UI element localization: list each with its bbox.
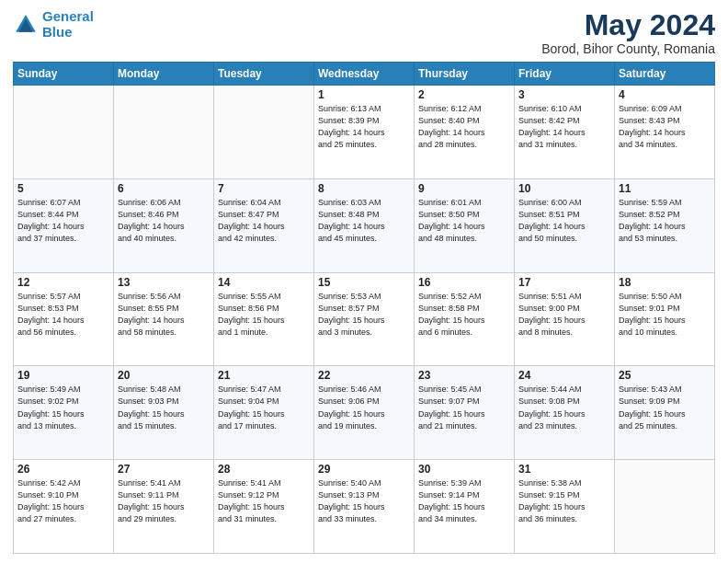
calendar-week-2: 5Sunrise: 6:07 AM Sunset: 8:44 PM Daylig… (14, 178, 715, 272)
day-info: Sunrise: 5:45 AM Sunset: 9:07 PM Dayligh… (418, 384, 510, 431)
calendar-cell: 19Sunrise: 5:49 AM Sunset: 9:02 PM Dayli… (14, 366, 114, 460)
calendar-week-3: 12Sunrise: 5:57 AM Sunset: 8:53 PM Dayli… (14, 272, 715, 366)
calendar-cell: 1Sunrise: 6:13 AM Sunset: 8:39 PM Daylig… (314, 86, 415, 179)
day-info: Sunrise: 5:57 AM Sunset: 8:53 PM Dayligh… (17, 291, 109, 339)
calendar-cell: 13Sunrise: 5:56 AM Sunset: 8:55 PM Dayli… (114, 272, 214, 366)
main-title: May 2024 (541, 9, 715, 41)
day-info: Sunrise: 6:13 AM Sunset: 8:39 PM Dayligh… (318, 103, 410, 151)
day-number: 9 (418, 182, 510, 195)
calendar-cell: 18Sunrise: 5:50 AM Sunset: 9:01 PM Dayli… (615, 272, 715, 366)
day-number: 19 (17, 369, 109, 382)
calendar-cell: 21Sunrise: 5:47 AM Sunset: 9:04 PM Dayli… (214, 366, 314, 460)
calendar-cell: 3Sunrise: 6:10 AM Sunset: 8:42 PM Daylig… (515, 86, 615, 179)
col-header-tuesday: Tuesday (214, 63, 314, 86)
day-number: 4 (619, 88, 711, 101)
calendar-table: SundayMondayTuesdayWednesdayThursdayFrid… (13, 62, 715, 554)
col-header-monday: Monday (114, 63, 214, 86)
day-number: 7 (218, 182, 310, 195)
calendar-week-5: 26Sunrise: 5:42 AM Sunset: 9:10 PM Dayli… (14, 460, 715, 554)
calendar-cell (114, 86, 214, 179)
day-number: 30 (418, 463, 510, 476)
day-number: 3 (518, 88, 610, 101)
col-header-sunday: Sunday (14, 63, 114, 86)
calendar-cell: 29Sunrise: 5:40 AM Sunset: 9:13 PM Dayli… (314, 460, 415, 554)
calendar-cell: 16Sunrise: 5:52 AM Sunset: 8:58 PM Dayli… (415, 272, 515, 366)
day-info: Sunrise: 5:55 AM Sunset: 8:56 PM Dayligh… (218, 291, 310, 339)
day-number: 14 (218, 276, 310, 289)
day-info: Sunrise: 5:49 AM Sunset: 9:02 PM Dayligh… (17, 384, 109, 431)
calendar-cell: 20Sunrise: 5:48 AM Sunset: 9:03 PM Dayli… (114, 366, 214, 460)
day-number: 26 (17, 463, 109, 476)
header: General Blue May 2024 Borod, Bihor Count… (13, 9, 715, 56)
day-info: Sunrise: 6:09 AM Sunset: 8:43 PM Dayligh… (619, 103, 711, 151)
calendar-cell: 10Sunrise: 6:00 AM Sunset: 8:51 PM Dayli… (515, 178, 615, 272)
calendar-header-row: SundayMondayTuesdayWednesdayThursdayFrid… (14, 63, 715, 86)
title-block: May 2024 Borod, Bihor County, Romania (541, 9, 715, 56)
calendar-cell: 7Sunrise: 6:04 AM Sunset: 8:47 PM Daylig… (214, 178, 314, 272)
day-number: 25 (619, 369, 711, 382)
day-number: 10 (518, 182, 610, 195)
subtitle: Borod, Bihor County, Romania (541, 41, 715, 56)
page: General Blue May 2024 Borod, Bihor Count… (0, 0, 728, 563)
day-info: Sunrise: 5:59 AM Sunset: 8:52 PM Dayligh… (619, 197, 711, 245)
logo-line1: General (42, 8, 94, 24)
day-info: Sunrise: 6:06 AM Sunset: 8:46 PM Dayligh… (118, 197, 210, 245)
calendar-cell: 12Sunrise: 5:57 AM Sunset: 8:53 PM Dayli… (14, 272, 114, 366)
calendar-cell: 8Sunrise: 6:03 AM Sunset: 8:48 PM Daylig… (314, 178, 415, 272)
calendar-cell: 15Sunrise: 5:53 AM Sunset: 8:57 PM Dayli… (314, 272, 415, 366)
calendar-cell: 31Sunrise: 5:38 AM Sunset: 9:15 PM Dayli… (515, 460, 615, 554)
day-number: 12 (17, 276, 109, 289)
day-number: 24 (518, 369, 610, 382)
day-number: 17 (518, 276, 610, 289)
day-info: Sunrise: 5:50 AM Sunset: 9:01 PM Dayligh… (619, 291, 711, 339)
calendar-cell: 14Sunrise: 5:55 AM Sunset: 8:56 PM Dayli… (214, 272, 314, 366)
day-info: Sunrise: 6:03 AM Sunset: 8:48 PM Dayligh… (318, 197, 410, 245)
day-info: Sunrise: 5:56 AM Sunset: 8:55 PM Dayligh… (118, 291, 210, 339)
day-info: Sunrise: 5:42 AM Sunset: 9:10 PM Dayligh… (17, 477, 109, 525)
day-info: Sunrise: 5:43 AM Sunset: 9:09 PM Dayligh… (619, 384, 711, 431)
calendar-cell (14, 86, 114, 179)
calendar-cell: 2Sunrise: 6:12 AM Sunset: 8:40 PM Daylig… (415, 86, 515, 179)
day-number: 29 (318, 463, 410, 476)
day-info: Sunrise: 5:38 AM Sunset: 9:15 PM Dayligh… (518, 477, 610, 525)
calendar-cell: 25Sunrise: 5:43 AM Sunset: 9:09 PM Dayli… (615, 366, 715, 460)
calendar-cell: 9Sunrise: 6:01 AM Sunset: 8:50 PM Daylig… (415, 178, 515, 272)
day-info: Sunrise: 6:01 AM Sunset: 8:50 PM Dayligh… (418, 197, 510, 245)
day-info: Sunrise: 5:41 AM Sunset: 9:11 PM Dayligh… (118, 477, 210, 525)
day-info: Sunrise: 5:53 AM Sunset: 8:57 PM Dayligh… (318, 291, 410, 339)
day-number: 6 (118, 182, 210, 195)
calendar-cell: 5Sunrise: 6:07 AM Sunset: 8:44 PM Daylig… (14, 178, 114, 272)
calendar-cell: 22Sunrise: 5:46 AM Sunset: 9:06 PM Dayli… (314, 366, 415, 460)
col-header-thursday: Thursday (415, 63, 515, 86)
calendar-cell: 30Sunrise: 5:39 AM Sunset: 9:14 PM Dayli… (415, 460, 515, 554)
calendar-week-1: 1Sunrise: 6:13 AM Sunset: 8:39 PM Daylig… (14, 86, 715, 179)
day-info: Sunrise: 5:51 AM Sunset: 9:00 PM Dayligh… (518, 291, 610, 339)
day-info: Sunrise: 5:39 AM Sunset: 9:14 PM Dayligh… (418, 477, 510, 525)
day-info: Sunrise: 5:40 AM Sunset: 9:13 PM Dayligh… (318, 477, 410, 525)
day-number: 13 (118, 276, 210, 289)
day-info: Sunrise: 6:12 AM Sunset: 8:40 PM Dayligh… (418, 103, 510, 151)
day-number: 11 (619, 182, 711, 195)
calendar-cell: 24Sunrise: 5:44 AM Sunset: 9:08 PM Dayli… (515, 366, 615, 460)
calendar-cell (615, 460, 715, 554)
day-number: 8 (318, 182, 410, 195)
day-number: 20 (118, 369, 210, 382)
calendar-cell: 26Sunrise: 5:42 AM Sunset: 9:10 PM Dayli… (14, 460, 114, 554)
day-number: 15 (318, 276, 410, 289)
calendar-cell: 27Sunrise: 5:41 AM Sunset: 9:11 PM Dayli… (114, 460, 214, 554)
day-info: Sunrise: 6:00 AM Sunset: 8:51 PM Dayligh… (518, 197, 610, 245)
day-number: 21 (218, 369, 310, 382)
logo-icon (13, 12, 39, 38)
logo-text: General Blue (42, 9, 94, 40)
col-header-wednesday: Wednesday (314, 63, 415, 86)
col-header-friday: Friday (515, 63, 615, 86)
day-number: 18 (619, 276, 711, 289)
day-info: Sunrise: 5:47 AM Sunset: 9:04 PM Dayligh… (218, 384, 310, 431)
day-info: Sunrise: 5:48 AM Sunset: 9:03 PM Dayligh… (118, 384, 210, 431)
day-number: 5 (17, 182, 109, 195)
logo: General Blue (13, 9, 94, 40)
day-info: Sunrise: 5:44 AM Sunset: 9:08 PM Dayligh… (518, 384, 610, 431)
day-number: 16 (418, 276, 510, 289)
calendar-cell: 23Sunrise: 5:45 AM Sunset: 9:07 PM Dayli… (415, 366, 515, 460)
calendar-cell: 6Sunrise: 6:06 AM Sunset: 8:46 PM Daylig… (114, 178, 214, 272)
